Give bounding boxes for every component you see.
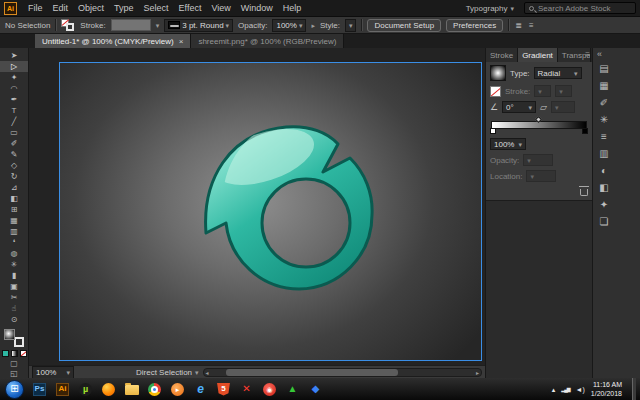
gradient-panel-icon[interactable]: ▥ [593, 145, 615, 162]
menu-effect[interactable]: Effect [174, 3, 207, 13]
canvas-area[interactable] [29, 48, 485, 365]
gradient-scale-select[interactable]: 100% ▾ [490, 138, 526, 150]
blend-tool[interactable]: ◍ [0, 248, 28, 259]
type-tool[interactable]: T [0, 105, 28, 116]
taskbar-chrome[interactable] [144, 380, 165, 398]
brush-select[interactable]: 3 pt. Round ▾ [164, 19, 233, 32]
line-segment-tool[interactable]: ╱ [0, 116, 28, 127]
scroll-left-icon[interactable]: ◂ [206, 369, 209, 376]
swatches-panel-icon[interactable]: ▦ [593, 77, 615, 94]
stroke-apply-along[interactable]: ▾ [555, 85, 572, 97]
hand-tool[interactable]: ☝ [0, 303, 28, 314]
slice-tool[interactable]: ✂ [0, 292, 28, 303]
screen-mode-button[interactable]: ◱ [10, 370, 18, 378]
menu-object[interactable]: Object [73, 3, 109, 13]
stroke-apply-within[interactable]: ▾ [534, 85, 551, 97]
pencil-tool[interactable]: ✎ [0, 149, 28, 160]
scale-tool[interactable]: ⊿ [0, 182, 28, 193]
color-button[interactable] [2, 350, 9, 357]
gradient-angle-select[interactable]: 0° ▾ [502, 101, 536, 113]
menu-file[interactable]: File [23, 3, 48, 13]
taskbar-firefox[interactable] [98, 380, 119, 398]
gradient-stop-black[interactable] [582, 128, 588, 134]
stop-location-field[interactable]: ▾ [526, 170, 556, 182]
gradient-stop-white[interactable] [490, 128, 496, 134]
symbols-panel-icon[interactable]: ✳ [593, 111, 615, 128]
shape-builder-tool[interactable]: ◧ [0, 193, 28, 204]
magic-wand-tool[interactable]: ✦ [0, 72, 28, 83]
zoom-tool[interactable]: ⊙ [0, 314, 28, 325]
mesh-tool[interactable]: ▦ [0, 215, 28, 226]
color-panel-icon[interactable]: ▤ [593, 60, 615, 77]
brushes-panel-icon[interactable]: ✐ [593, 94, 615, 111]
taskbar-clock[interactable]: 11:16 AM 1/20/2018 [591, 380, 622, 398]
taskbar-app-red[interactable]: ◉ [259, 380, 280, 398]
pen-tool[interactable]: ✒ [0, 94, 28, 105]
taskbar-photoshop[interactable]: Ps [29, 380, 50, 398]
stroke-weight-field[interactable] [111, 19, 151, 31]
opacity-select[interactable]: 100% ▾ [272, 19, 306, 32]
perspective-grid-tool[interactable]: ⊞ [0, 204, 28, 215]
chevron-down-icon[interactable]: ▾ [156, 22, 160, 29]
paintbrush-tool[interactable]: ✐ [0, 138, 28, 149]
document-tab-shreemit[interactable]: shreemit.png* @ 100% (RGB/Preview) [191, 34, 344, 48]
document-tab-untitled[interactable]: Untitled-1* @ 100% (CMYK/Preview) × [35, 34, 191, 48]
delete-stop-button[interactable] [580, 189, 588, 196]
appearance-panel-icon[interactable]: ◧ [593, 179, 615, 196]
swirl-logo-artwork[interactable] [198, 111, 398, 311]
gradient-slider[interactable] [490, 117, 588, 134]
gradient-tool[interactable]: ▥ [0, 226, 28, 237]
menu-window[interactable]: Window [236, 3, 278, 13]
width-tool[interactable]: ◇ [0, 160, 28, 171]
aspect-ratio-select[interactable]: ▾ [551, 101, 575, 113]
close-icon[interactable]: × [179, 37, 184, 46]
artboard-tool[interactable]: ▣ [0, 281, 28, 292]
taskbar-app-blue[interactable]: ◆ [305, 380, 326, 398]
symbol-sprayer-tool[interactable]: ✳ [0, 259, 28, 270]
taskbar-internet-explorer[interactable]: e [190, 380, 211, 398]
scroll-right-icon[interactable]: ▸ [476, 369, 479, 376]
artboard[interactable] [59, 62, 482, 361]
taskbar-media-player[interactable]: ▸ [167, 380, 188, 398]
rectangle-tool[interactable]: ▭ [0, 127, 28, 138]
taskbar-app-red-x[interactable]: ✕ [236, 380, 257, 398]
gradient-type-select[interactable]: Radial ▾ [534, 67, 582, 79]
eyedropper-tool[interactable]: ❛ [0, 237, 28, 248]
menu-select[interactable]: Select [139, 3, 174, 13]
preferences-button[interactable]: Preferences [446, 19, 503, 32]
selection-tool[interactable]: ➤ [0, 50, 28, 61]
stroke-color-swatch[interactable] [14, 337, 24, 347]
gradient-thumbnail[interactable] [490, 65, 506, 81]
menu-view[interactable]: View [206, 3, 235, 13]
zoom-select[interactable]: 100% ▾ [32, 366, 74, 379]
menu-edit[interactable]: Edit [48, 3, 74, 13]
gradient-button[interactable] [11, 350, 18, 357]
gradient-stroke-swatch[interactable] [490, 86, 501, 97]
taskbar-utorrent[interactable]: µ [75, 380, 96, 398]
graphic-styles-panel-icon[interactable]: ✦ [593, 196, 615, 213]
collapse-dock-button[interactable]: « [593, 48, 640, 60]
status-bar-menu[interactable]: Direct Selection ▾ [136, 368, 199, 377]
show-desktop-button[interactable] [632, 378, 636, 400]
workspace-switcher[interactable]: Typography ▾ [466, 4, 514, 13]
stop-opacity-select[interactable]: ▾ [523, 154, 553, 166]
fill-color-swatch[interactable] [4, 329, 15, 340]
transparency-panel-icon[interactable]: ◐ [593, 162, 615, 179]
menu-type[interactable]: Type [109, 3, 139, 13]
style-select[interactable]: ▾ [345, 19, 357, 32]
taskbar-html5[interactable]: 5 [213, 380, 234, 398]
layers-panel-icon[interactable]: ❏ [593, 213, 615, 230]
start-button[interactable]: ⊞ [5, 380, 24, 399]
document-setup-button[interactable]: Document Setup [367, 19, 441, 32]
none-button[interactable] [20, 350, 27, 357]
tab-gradient[interactable]: Gradient [518, 48, 558, 62]
tray-expand-icon[interactable]: ▴ [552, 386, 556, 393]
panel-menu-icon[interactable]: ≡ [585, 50, 590, 59]
column-graph-tool[interactable]: ▮ [0, 270, 28, 281]
volume-icon[interactable]: ◄) [576, 386, 585, 393]
horizontal-scrollbar[interactable]: ◂ ▸ [203, 368, 482, 377]
taskbar-explorer[interactable] [121, 380, 142, 398]
stock-search-input[interactable]: Search Adobe Stock [524, 2, 636, 14]
menu-help[interactable]: Help [278, 3, 307, 13]
taskbar-app-green[interactable]: ▲ [282, 380, 303, 398]
